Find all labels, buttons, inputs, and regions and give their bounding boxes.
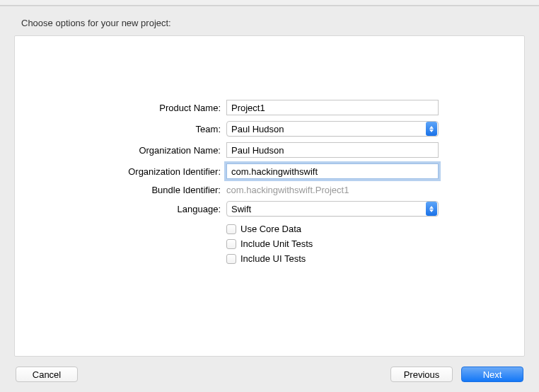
org-identifier-input[interactable] xyxy=(226,163,439,179)
product-name-row: Product Name: xyxy=(100,100,439,115)
language-select-value: Swift xyxy=(231,204,426,214)
bundle-identifier-row: Bundle Identifier: com.hackingwithswift.… xyxy=(100,185,439,195)
team-label: Team: xyxy=(100,124,221,134)
org-identifier-label: Organization Identifier: xyxy=(100,166,221,177)
bundle-identifier-label: Bundle Identifier: xyxy=(100,185,221,195)
product-name-label: Product Name: xyxy=(100,103,221,113)
next-button[interactable]: Next xyxy=(461,367,523,382)
checkboxes-row: Use Core Data Include Unit Tests Include… xyxy=(100,222,439,265)
checkbox-icon xyxy=(226,254,236,264)
language-row: Language: Swift xyxy=(100,201,439,217)
use-core-data-label: Use Core Data xyxy=(240,224,301,234)
org-name-input[interactable] xyxy=(226,142,439,158)
include-unit-tests-checkbox[interactable]: Include Unit Tests xyxy=(226,238,439,249)
include-ui-tests-label: Include UI Tests xyxy=(240,253,306,264)
bundle-identifier-value: com.hackingwithswift.Project1 xyxy=(226,185,439,195)
team-row: Team: Paul Hudson xyxy=(100,121,439,137)
checkbox-icon xyxy=(226,239,236,249)
include-ui-tests-checkbox[interactable]: Include UI Tests xyxy=(226,253,439,264)
org-name-label: Organization Name: xyxy=(100,145,221,156)
sheet-title: Choose options for your new project: xyxy=(14,18,525,28)
product-name-input[interactable] xyxy=(226,100,439,115)
options-form: Product Name: Team: Paul Hudson Organiza… xyxy=(100,100,439,342)
language-select[interactable]: Swift xyxy=(226,201,439,217)
checkbox-icon xyxy=(226,224,236,234)
options-panel: Product Name: Team: Paul Hudson Organiza… xyxy=(14,35,525,357)
org-name-row: Organization Name: xyxy=(100,142,439,158)
checkbox-stack: Use Core Data Include Unit Tests Include… xyxy=(226,224,439,265)
nav-button-group: Previous Next xyxy=(390,367,523,382)
sheet-button-row: Cancel Previous Next xyxy=(14,367,525,382)
team-select[interactable]: Paul Hudson xyxy=(226,121,439,137)
org-identifier-row: Organization Identifier: xyxy=(100,163,439,179)
new-project-options-sheet: Choose options for your new project: Pro… xyxy=(0,6,539,392)
language-label: Language: xyxy=(100,204,221,214)
use-core-data-checkbox[interactable]: Use Core Data xyxy=(226,224,439,234)
window-toolbar-fragment xyxy=(0,0,539,6)
include-unit-tests-label: Include Unit Tests xyxy=(240,238,313,249)
cancel-button[interactable]: Cancel xyxy=(16,367,78,382)
dropdown-stepper-icon xyxy=(426,122,437,136)
team-select-value: Paul Hudson xyxy=(231,124,426,134)
dropdown-stepper-icon xyxy=(426,202,437,216)
previous-button[interactable]: Previous xyxy=(390,367,453,382)
